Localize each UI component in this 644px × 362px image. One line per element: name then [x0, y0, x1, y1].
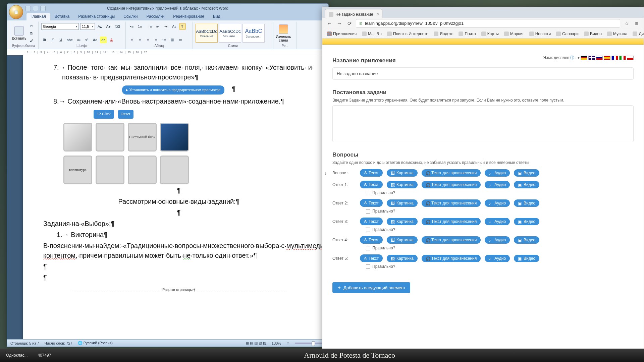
tab-mailings[interactable]: Рассылки: [142, 13, 168, 20]
font-name-combo[interactable]: Georgia: [41, 23, 79, 30]
bm-mailru[interactable]: Mail.Ru: [360, 31, 384, 37]
bm-maps[interactable]: Карты: [479, 31, 501, 37]
pill-tts[interactable]: 🎧 Текст для произнесения: [422, 255, 481, 262]
bm-yandex[interactable]: Яндекс: [432, 31, 455, 37]
pill-image[interactable]: 🖼 Картинка: [387, 169, 418, 177]
document-page[interactable]: 7.→ После· того· как· мы· заполнили· все…: [23, 55, 325, 339]
copy-button[interactable]: ⧉: [28, 30, 35, 37]
pill-audio[interactable]: ♪ Аудио: [485, 169, 510, 177]
font-size-combo[interactable]: 11,5: [80, 23, 95, 30]
indent-dec-button[interactable]: ⇤: [155, 23, 161, 30]
subscript-button[interactable]: x₂: [75, 37, 82, 43]
pill-video[interactable]: ▣ Видео: [514, 181, 539, 188]
tab-view[interactable]: Вид: [209, 13, 224, 20]
add-element-button[interactable]: ＋Добавить следующий элемент: [332, 282, 410, 293]
show-marks-button[interactable]: ¶: [179, 23, 186, 30]
horizontal-ruler[interactable]: · 1 · | · 2 · | · 3 · | · 4 · | · 5 · | …: [7, 49, 328, 55]
cut-button[interactable]: ✂: [28, 22, 35, 29]
italic-button[interactable]: К: [49, 37, 56, 43]
justify-button[interactable]: ≡: [153, 37, 159, 43]
tab-references[interactable]: Ссылки: [119, 13, 142, 20]
bullets-button[interactable]: •≡: [128, 23, 135, 30]
style-normal[interactable]: AaBbCcDcОбычный: [196, 24, 218, 43]
forward-button[interactable]: →: [336, 20, 343, 27]
pill-image[interactable]: 🖼 Картинка: [387, 255, 418, 262]
flag-en-icon[interactable]: [588, 56, 595, 60]
status-page[interactable]: Страница: 5 из 7: [10, 341, 39, 345]
align-right-button[interactable]: ≡: [145, 37, 151, 43]
pill-text[interactable]: A Текст: [360, 236, 383, 244]
format-painter-button[interactable]: 🖌: [28, 37, 35, 44]
sort-button[interactable]: A↓: [171, 23, 178, 30]
reorder-icon[interactable]: ↓: [323, 170, 328, 176]
bold-button[interactable]: Ж: [41, 37, 48, 43]
correct-checkbox[interactable]: [366, 209, 370, 214]
tab-home[interactable]: Главная: [26, 13, 50, 20]
change-styles-button[interactable]: Изменить стили: [276, 23, 291, 44]
bm-market[interactable]: Маркет: [502, 31, 526, 37]
status-zoom[interactable]: 130%: [272, 341, 281, 345]
pill-image[interactable]: 🖼 Картинка: [387, 236, 418, 244]
browser-tab[interactable]: Не задано название ×: [325, 9, 382, 18]
pill-image[interactable]: 🖼 Картинка: [387, 181, 418, 188]
tab-layout[interactable]: Разметка страницы: [74, 13, 119, 20]
grow-font-button[interactable]: A▴: [96, 23, 103, 30]
help-icon[interactable]: ⓘ: [570, 55, 574, 61]
taskbar-item-ok[interactable]: Одноклас...: [3, 352, 30, 359]
pill-text[interactable]: A Текст: [360, 181, 383, 188]
pill-audio[interactable]: ♪ Аудио: [485, 218, 510, 225]
appname-input[interactable]: Не задано название: [332, 67, 634, 80]
pill-image[interactable]: 🖼 Картинка: [387, 218, 418, 225]
borders-button[interactable]: ▭: [177, 37, 183, 43]
bm-music[interactable]: Музыка: [605, 31, 629, 37]
chrome-menu-icon[interactable]: ≡: [633, 20, 640, 27]
bm-video[interactable]: Видео: [582, 31, 604, 37]
paste-button[interactable]: Вставить: [12, 23, 26, 44]
bm-disk[interactable]: Диск: [631, 31, 644, 37]
font-color-button[interactable]: A: [108, 37, 115, 43]
clear-format-button[interactable]: ⌫: [113, 23, 121, 30]
pill-image[interactable]: 🖼 Картинка: [387, 199, 418, 207]
pill-video[interactable]: ▣ Видео: [514, 236, 539, 244]
flag-fr-icon[interactable]: [611, 56, 618, 60]
status-lang[interactable]: 🌐 Русский (Россия): [78, 341, 113, 345]
flag-it-icon[interactable]: [619, 56, 626, 60]
flag-pl-icon[interactable]: [627, 56, 634, 60]
bm-pochta[interactable]: Почта: [457, 31, 478, 37]
pill-audio[interactable]: ♪ Аудио: [485, 199, 510, 207]
pill-tts[interactable]: 🎧 Текст для произнесения: [422, 169, 481, 177]
tab-insert[interactable]: Вставка: [51, 13, 74, 20]
display-language-selector[interactable]: Язык дисплея ⓘ : ▾: [543, 55, 634, 61]
align-left-button[interactable]: ≡: [128, 37, 135, 43]
bm-news[interactable]: Новости: [527, 31, 553, 37]
strike-button[interactable]: abc: [65, 37, 74, 43]
pill-tts[interactable]: 🎧 Текст для произнесения: [422, 181, 481, 188]
change-case-button[interactable]: Aa: [92, 37, 99, 43]
office-button[interactable]: 📄: [9, 5, 23, 19]
pill-text[interactable]: A Текст: [360, 199, 383, 207]
correct-checkbox[interactable]: [366, 264, 370, 269]
pill-video[interactable]: ▣ Видео: [514, 255, 539, 262]
flag-ru-icon[interactable]: [596, 56, 603, 60]
shrink-font-button[interactable]: A▾: [105, 23, 112, 30]
correct-checkbox[interactable]: [366, 246, 370, 250]
pill-tts[interactable]: 🎧 Текст для произнесения: [422, 236, 481, 244]
align-center-button[interactable]: ≡: [137, 37, 143, 43]
multilevel-button[interactable]: ⋮≡: [145, 23, 153, 30]
bm-apps[interactable]: Приложения: [325, 31, 359, 37]
close-tab-icon[interactable]: ×: [377, 12, 379, 17]
address-bar[interactable]: 🗎 learningapps.org/display?new=105&v=pi0…: [356, 19, 620, 27]
correct-checkbox[interactable]: [366, 191, 370, 195]
correct-checkbox[interactable]: [366, 228, 370, 232]
bookmark-star-icon[interactable]: ☆: [623, 20, 630, 27]
underline-button[interactable]: Ч: [57, 37, 64, 43]
pill-video[interactable]: ▣ Видео: [514, 199, 539, 207]
style-nospacing[interactable]: AaBbCcDcБез инте...: [219, 24, 241, 43]
flag-de-icon[interactable]: [581, 56, 587, 60]
pill-video[interactable]: ▣ Видео: [514, 169, 539, 177]
pill-audio[interactable]: ♪ Аудио: [485, 236, 510, 244]
back-button[interactable]: ←: [326, 20, 333, 27]
pill-text[interactable]: A Текст: [360, 254, 383, 262]
pill-audio[interactable]: ♪ Аудио: [485, 181, 510, 188]
superscript-button[interactable]: x²: [84, 37, 90, 43]
